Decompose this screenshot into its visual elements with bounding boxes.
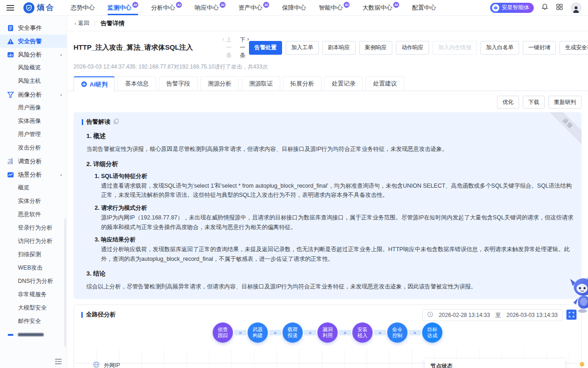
risk-analysis-icon <box>7 51 14 58</box>
notification-bell-icon[interactable] <box>541 3 548 12</box>
collapse-arrow-icon: ▴ <box>60 52 62 57</box>
app-grid-icon[interactable] <box>556 3 563 12</box>
ai-badge-icon: AI <box>344 2 350 8</box>
tab-trace-forensics[interactable]: 溯源取证 <box>242 76 280 91</box>
sidebar-item-security-events[interactable]: 安全事件 <box>0 21 67 34</box>
event-list-icon <box>7 24 14 32</box>
section-overview-title: 1. 概述 <box>86 132 573 140</box>
collapse-arrow-icon: ▴ <box>60 92 62 97</box>
killchain-stage-objective: 目标达成 <box>422 322 442 343</box>
nav-bigdata-center[interactable]: 大数据中心AI <box>362 0 399 15</box>
prev-alert-button[interactable]: ‹上一条 <box>222 36 232 59</box>
back-button[interactable]: ‹ 返回 <box>74 19 89 27</box>
action-response-button[interactable]: 动作响应 <box>396 41 429 55</box>
assistant-mascot[interactable] <box>569 275 588 319</box>
sidebar-item-risk-hosts[interactable]: 风险主机 <box>0 75 67 88</box>
rerun-analysis-button[interactable]: 重新研判 <box>548 96 582 109</box>
chain-chevron-icon: » <box>409 330 421 335</box>
nav-assurance-center[interactable]: 保障中心 <box>282 0 306 15</box>
primary-nav: 态势中心 监测中心AI 分析中心AI 响应中心AI 资产中心AI 保障中心 智能… <box>71 0 436 15</box>
alert-header: HTTP_注入攻击_算法_请求体SQL注入 ‹上一条 下一条› 告警处置 加入工… <box>67 31 588 74</box>
killchain-stage-weaponize: 武器构建 <box>248 322 268 343</box>
sidebar-item-entity-profile[interactable]: 实体画像 <box>0 115 67 128</box>
section-conclusion-text: 综合以上分析，尽管告警检测到高频异常请求，但请求内容、目标接口及源IP行为均符合… <box>86 282 573 292</box>
sidebar-group-scenario-analysis[interactable]: 场景分析 ▴ <box>0 168 67 181</box>
tab-handling-advice[interactable]: 处置建议 <box>366 76 404 91</box>
case-response-button[interactable]: 案例响应 <box>359 41 392 55</box>
detail-tabs: AI研判 基本信息 告警字段 溯源分析 溯源取证 拓展分析 处置记录 处置建议 <box>67 76 588 91</box>
detail-item: 2. 请求行为模式分析 源IP为内网IP（192.168.77.87），未出现在… <box>95 204 573 232</box>
sidebar-item-login-behavior[interactable]: 登录行为分析 <box>0 221 67 235</box>
sidebar-item-security-alerts[interactable]: 安全告警 <box>0 34 67 48</box>
nav-intelligence-center[interactable]: 智能中心AI <box>319 0 350 15</box>
alert-subtitle: 2026-03-03 12:44:37.435: 192.168.77.87对1… <box>74 63 582 71</box>
killchain-stage-exploit: 漏洞利用 <box>317 322 338 343</box>
page-title: 告警详情 <box>101 19 124 28</box>
chain-chevron-icon: » <box>269 330 281 335</box>
sidebar-item-investigation[interactable]: 调查分析 <box>0 155 67 168</box>
alert-triangle-icon <box>7 38 14 45</box>
sidebar-item-overview[interactable]: 概览 <box>0 181 67 195</box>
ai-agent-button[interactable]: 安星智能体 <box>490 3 534 13</box>
add-ticket-button[interactable]: 加入工单 <box>286 41 319 55</box>
back-arrow-icon: ‹ <box>74 20 76 27</box>
next-alert-button[interactable]: 下一条› <box>240 36 249 59</box>
date-to: 2026-03-03 13:14:33 <box>507 312 558 318</box>
sidebar-item-entity-analysis[interactable]: 实体分析 <box>0 195 67 208</box>
alert-interpretation-panel: 误报 告警解读 1. 概述 当前告警被定性为误报，核心原因是尽管检测到高频异常请… <box>74 112 582 299</box>
sidebar-item-user-profile[interactable]: 用户画像 <box>0 101 67 115</box>
sidebar-item-access-behavior[interactable]: 访问行为分析 <box>0 235 67 248</box>
ai-badge-icon: AI <box>176 2 182 8</box>
sidebar-item-dns-behavior[interactable]: DNS行为分析 <box>0 275 67 288</box>
download-button[interactable]: 下载 <box>523 96 545 109</box>
section-overview-text: 当前告警被定性为误报，核心原因是尽管检测到高频异常请求，但请求内容、目标接口及源… <box>86 144 573 154</box>
user-avatar[interactable] <box>571 2 582 13</box>
sidebar-item-email-security[interactable]: 邮件安全 <box>0 315 67 328</box>
nav-analysis-center[interactable]: 分析中心AI <box>151 0 182 15</box>
detail-item: 1. SQL语句特征分析 通过查看请求载荷，发现SQL语句为'select 1'… <box>95 172 573 200</box>
nav-response-center[interactable]: 响应中心AI <box>195 0 226 15</box>
app-logo[interactable]: 熵合 <box>23 2 55 13</box>
playbook-response-button[interactable]: 剧本响应 <box>322 41 356 55</box>
full-path-panel: 全路径分析 2026-02-28 13:14:33 至 2026-03-03 1… <box>74 305 582 368</box>
nav-situation-center[interactable]: 态势中心 <box>71 0 95 15</box>
sidebar-collapse-icon[interactable] <box>55 358 62 365</box>
sidebar-item-user-management[interactable]: 用户管理 <box>0 128 67 141</box>
one-click-block-button[interactable]: 一键封堵 <box>523 41 556 55</box>
nav-config-center[interactable]: 配置中心 <box>412 0 436 15</box>
agent-robot-icon <box>492 4 499 12</box>
ai-toolbar: 优化 下载 重新研判 <box>67 91 588 109</box>
hamburger-menu-icon[interactable] <box>6 5 14 11</box>
sidebar-item-scan-detection[interactable]: 扫描探测 <box>0 248 67 261</box>
handle-alert-button[interactable]: 告警处置 <box>249 41 282 55</box>
date-range-picker[interactable]: 2026-02-28 13:14:33 至 2026-03-03 13:14:3… <box>422 309 563 321</box>
ai-badge-icon: AI <box>132 2 138 8</box>
breadcrumb: ‹ 返回 告警详情 <box>67 16 588 31</box>
tab-extended-analysis[interactable]: 拓展分析 <box>283 76 322 91</box>
add-internal-intel-button: 加入内生情报 <box>433 41 477 55</box>
sidebar-group-profile-analysis[interactable]: 画像分析 ▴ <box>0 88 67 101</box>
create-incident-button[interactable]: 生成安全事件 <box>560 41 588 55</box>
tab-alert-fields[interactable]: 告警字段 <box>159 76 198 91</box>
sidebar-item-malware[interactable]: 恶意软件 <box>0 208 67 221</box>
copy-icon[interactable] <box>113 119 119 126</box>
sidebar-item-attack-analysis[interactable]: 攻击分析 <box>0 141 67 155</box>
add-whitelist-button[interactable]: 加入白名单 <box>481 41 519 55</box>
sidebar-item-unusual-services[interactable]: 非常规服务 <box>0 288 67 301</box>
nav-asset-center[interactable]: 资产中心AI <box>238 0 269 15</box>
sidebar-item-risk-overview[interactable]: 风险概览 <box>0 61 67 75</box>
tab-trace-analysis[interactable]: 溯源分析 <box>200 76 239 91</box>
chain-chevron-icon: » <box>304 330 316 335</box>
sidebar-scrollbar[interactable] <box>64 218 66 347</box>
mascot-star <box>580 362 584 367</box>
tab-basic-info[interactable]: 基本信息 <box>118 76 156 91</box>
sidebar-item-llm-security[interactable]: 大模型安全 <box>0 301 67 315</box>
optimize-button[interactable]: 优化 <box>497 96 519 109</box>
tab-handling-records[interactable]: 处置记录 <box>324 76 363 91</box>
nav-monitor-center[interactable]: 监测中心AI <box>107 0 138 15</box>
tab-ai-analysis[interactable]: AI研判 <box>74 76 115 92</box>
clock-icon <box>427 311 433 319</box>
sidebar-group-risk-analysis[interactable]: 风险分析 ▴ <box>0 48 67 61</box>
sidebar-item-web-attack[interactable]: WEB攻击 <box>0 261 67 275</box>
sidebar-item-redacted[interactable] <box>0 328 67 341</box>
